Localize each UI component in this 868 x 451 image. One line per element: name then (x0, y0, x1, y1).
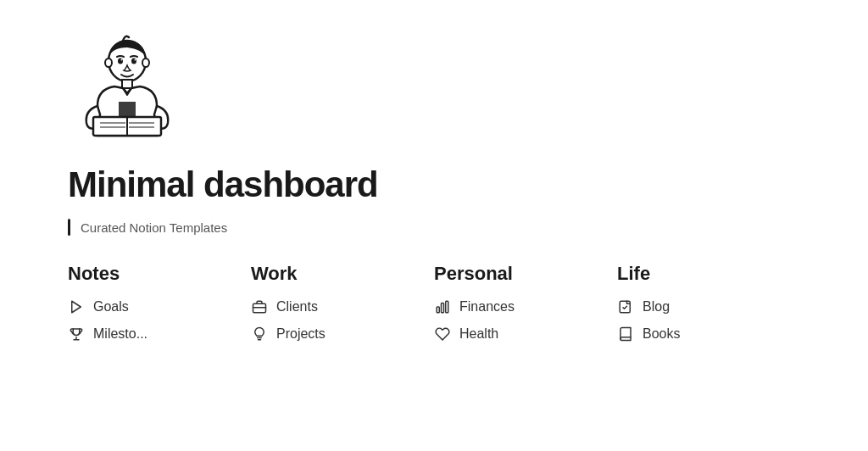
svg-rect-18 (442, 303, 444, 313)
category-title-work: Work (251, 263, 434, 285)
category-column-notes: Notes Goals Milesto... (68, 263, 251, 346)
subtitle-bar (68, 219, 70, 236)
category-item-health[interactable]: Health (434, 322, 617, 346)
category-item-clients[interactable]: Clients (251, 295, 434, 319)
categories-grid: Notes Goals Milesto...Work Clients Proje… (68, 263, 800, 346)
svg-point-2 (142, 58, 149, 67)
category-item-milestones[interactable]: Milesto... (68, 322, 251, 346)
svg-rect-19 (446, 301, 448, 313)
heart-icon (434, 326, 451, 342)
item-label-projects: Projects (276, 326, 326, 342)
svg-rect-17 (437, 307, 439, 313)
item-label-milestones: Milesto... (93, 326, 147, 342)
play-icon (68, 298, 85, 315)
item-label-clients: Clients (276, 299, 318, 315)
category-title-personal: Personal (434, 263, 617, 285)
subtitle-block: Curated Notion Templates (68, 219, 800, 236)
category-item-goals[interactable]: Goals (68, 295, 251, 319)
book-icon (617, 326, 634, 342)
page-container: Minimal dashboard Curated Notion Templat… (0, 0, 868, 371)
category-item-books[interactable]: Books (617, 322, 800, 346)
svg-point-3 (118, 58, 123, 64)
svg-point-4 (131, 58, 136, 64)
svg-point-5 (121, 59, 123, 61)
briefcase-icon (251, 298, 268, 315)
svg-point-6 (135, 59, 136, 61)
subtitle-text: Curated Notion Templates (81, 220, 227, 235)
item-label-goals: Goals (93, 299, 129, 315)
category-column-personal: Personal Finances Health (434, 263, 617, 346)
bar-chart-icon (434, 298, 451, 315)
avatar-area (68, 25, 800, 148)
svg-rect-7 (122, 80, 132, 88)
trophy-icon (68, 326, 85, 342)
category-column-life: Life Blog Books (617, 263, 800, 346)
edit-icon (617, 298, 634, 315)
category-title-notes: Notes (68, 263, 251, 285)
category-item-blog[interactable]: Blog (617, 295, 800, 319)
svg-point-1 (105, 58, 112, 67)
page-title: Minimal dashboard (68, 164, 800, 205)
item-label-blog: Blog (643, 299, 670, 315)
category-item-finances[interactable]: Finances (434, 295, 617, 319)
category-column-work: Work Clients Projects (251, 263, 434, 346)
svg-rect-20 (620, 301, 630, 313)
item-label-finances: Finances (459, 299, 515, 315)
avatar-illustration (68, 25, 186, 144)
category-item-projects[interactable]: Projects (251, 322, 434, 346)
category-title-life: Life (617, 263, 800, 285)
svg-marker-14 (72, 301, 81, 313)
item-label-health: Health (459, 326, 498, 342)
bulb-icon (251, 326, 268, 342)
item-label-books: Books (643, 326, 680, 342)
